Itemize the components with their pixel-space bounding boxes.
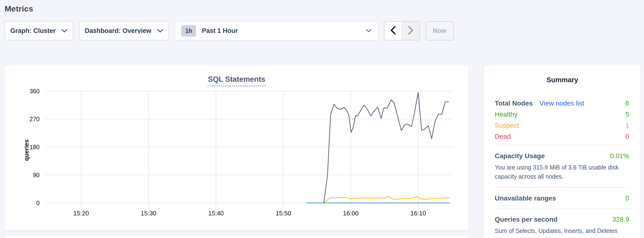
series-navy-line: [324, 92, 449, 203]
dead-label: Dead: [495, 133, 511, 140]
chevron-down-icon: [366, 29, 372, 33]
queries-per-second-row: Queries per second 328.9: [495, 216, 629, 223]
sql-chart-svg: 09018027036015:2015:3015:4015:5016:0016:…: [4, 65, 468, 230]
now-button[interactable]: Now: [426, 21, 454, 40]
summary-panel: Summary Total Nodes View nodes list 6 He…: [484, 65, 641, 238]
graph-dropdown[interactable]: Graph: Cluster: [4, 21, 73, 40]
healthy-nodes-row: Healthy 5: [495, 109, 629, 120]
suspect-label: Suspect: [495, 122, 519, 129]
unavailable-ranges-row: Unavailable ranges 0: [495, 194, 629, 202]
unavailable-ranges-value: 0: [625, 194, 629, 202]
queries-per-second-label: Queries per second: [495, 216, 558, 223]
chevron-right-icon: [408, 26, 414, 36]
graph-dropdown-label: Graph: Cluster: [10, 27, 56, 35]
next-chart-card: [4, 235, 468, 238]
total-nodes-value: 6: [625, 99, 629, 107]
y-axis-tick: 360: [30, 88, 40, 94]
y-axis-tick: 270: [30, 116, 40, 122]
summary-title: Summary: [484, 76, 641, 84]
metrics-page: Metrics Graph: Cluster Dashboard: Overvi…: [0, 0, 644, 238]
time-range-badge: 1h: [182, 25, 196, 37]
y-axis-tick: 180: [30, 144, 40, 151]
queries-per-second-description: Sum of Selects, Updates, Inserts, and De…: [495, 226, 629, 238]
y-axis-tick: 90: [33, 172, 40, 178]
divider: [495, 187, 629, 188]
next-range-button-disabled[interactable]: [402, 22, 420, 40]
unavailable-ranges-label: Unavailable ranges: [495, 194, 556, 202]
x-axis-tick: 15:30: [140, 210, 156, 217]
capacity-usage-row: Capacity Usage 0.01%: [495, 152, 629, 160]
view-nodes-list-link[interactable]: View nodes list: [540, 99, 584, 107]
y-axis-tick: 0: [36, 199, 40, 206]
total-nodes-label: Total Nodes: [495, 99, 533, 107]
x-axis-tick: 15:20: [73, 210, 89, 217]
x-axis-tick: 16:00: [343, 210, 358, 217]
suspect-nodes-row: Suspect 1: [495, 120, 629, 131]
dashboard-dropdown-label: Dashboard: Overview: [85, 27, 152, 35]
chevron-down-icon: [62, 29, 68, 33]
x-axis-tick: 15:50: [276, 210, 291, 217]
capacity-usage-value: 0.01%: [610, 152, 629, 160]
x-axis-tick: 15:40: [208, 210, 224, 217]
capacity-usage-label: Capacity Usage: [495, 152, 545, 160]
dead-nodes-row: Dead 0: [495, 131, 629, 142]
divider: [495, 145, 629, 146]
sql-statements-chart-card: SQL Statements queries 09018027036015:20…: [4, 65, 468, 230]
chevron-down-icon: [157, 29, 163, 33]
dead-value: 0: [625, 133, 629, 140]
series-amber-line: [324, 196, 450, 203]
queries-per-second-value: 328.9: [612, 216, 629, 223]
healthy-value: 5: [625, 110, 629, 118]
divider: [495, 208, 629, 209]
time-range-selector[interactable]: 1h Past 1 Hour: [175, 21, 378, 40]
x-axis-tick: 16:10: [410, 210, 426, 217]
previous-range-button[interactable]: [384, 22, 402, 40]
total-nodes-row: Total Nodes View nodes list 6: [495, 98, 629, 109]
capacity-usage-description: You are using 315.9 MiB of 3.6 TiB usabl…: [495, 163, 629, 181]
suspect-value: 1: [625, 122, 629, 129]
page-title: Metrics: [4, 4, 33, 14]
chevron-left-icon: [390, 26, 396, 36]
healthy-label: Healthy: [495, 110, 518, 118]
dashboard-dropdown[interactable]: Dashboard: Overview: [79, 21, 169, 40]
time-range-label: Past 1 Hour: [202, 27, 238, 35]
time-step-buttons: [384, 21, 420, 40]
